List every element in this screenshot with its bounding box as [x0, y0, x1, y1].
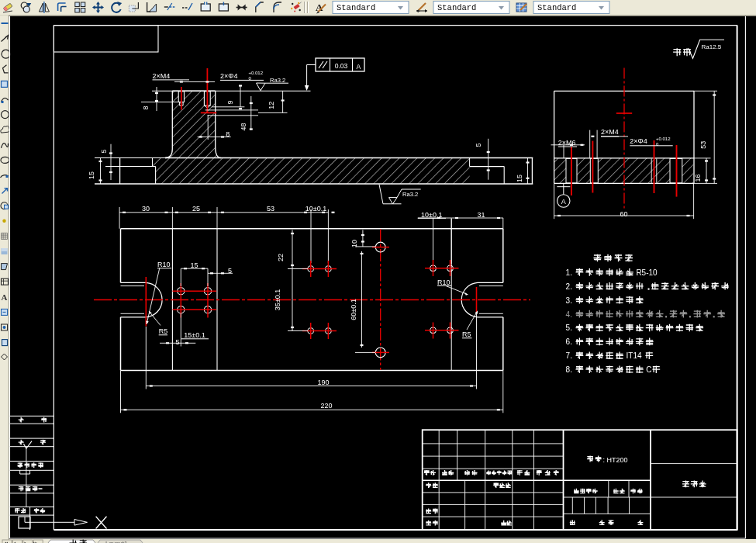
- svg-text:A: A: [561, 198, 566, 206]
- svg-text:R10: R10: [437, 278, 450, 286]
- svg-text:Ra3.2: Ra3.2: [402, 191, 418, 198]
- svg-text:R5: R5: [462, 330, 471, 338]
- svg-text:16: 16: [694, 174, 702, 182]
- svg-text:10: 10: [350, 240, 358, 247]
- svg-text:2.: 2.: [566, 282, 572, 291]
- svg-text:9: 9: [227, 100, 235, 104]
- svg-text:2×M4: 2×M4: [153, 72, 171, 80]
- svg-text:Standard: Standard: [437, 3, 476, 12]
- svg-text:22: 22: [277, 254, 285, 261]
- svg-text:53: 53: [267, 205, 274, 213]
- svg-text:0.03: 0.03: [335, 62, 348, 70]
- svg-text:15±0.1: 15±0.1: [184, 331, 205, 339]
- svg-text:IT14: IT14: [627, 351, 642, 360]
- svg-text:60±0.1: 60±0.1: [350, 299, 357, 320]
- svg-text:25: 25: [192, 205, 200, 213]
- svg-text:Layout1: Layout1: [105, 540, 128, 543]
- svg-text:15: 15: [516, 175, 523, 182]
- svg-text:5: 5: [228, 267, 232, 275]
- svg-text:Standard: Standard: [537, 3, 576, 12]
- svg-text:: HT200: : HT200: [603, 456, 628, 464]
- svg-text:Ra12.5: Ra12.5: [702, 43, 722, 50]
- svg-text:2×M6: 2×M6: [558, 139, 576, 147]
- svg-text:12: 12: [268, 102, 276, 109]
- svg-text:5.: 5.: [566, 323, 572, 332]
- svg-text:5: 5: [475, 143, 482, 147]
- svg-text:190: 190: [317, 379, 329, 386]
- svg-text:15: 15: [190, 261, 198, 269]
- svg-text:2×Φ4: 2×Φ4: [220, 72, 237, 80]
- svg-text:31: 31: [477, 211, 485, 219]
- svg-text:53: 53: [700, 141, 708, 149]
- svg-text:Standard: Standard: [337, 3, 375, 12]
- svg-text:2×M4: 2×M4: [601, 128, 619, 136]
- svg-text:8: 8: [226, 130, 230, 138]
- svg-text:Ra3.2: Ra3.2: [270, 77, 285, 84]
- svg-text:A: A: [2, 292, 8, 302]
- svg-text:220: 220: [320, 402, 332, 410]
- svg-text:7.: 7.: [566, 351, 572, 360]
- svg-text:R10: R10: [157, 261, 171, 268]
- svg-text:1.: 1.: [566, 268, 572, 277]
- svg-text:+0.012: +0.012: [249, 71, 264, 75]
- svg-text:2×Φ4: 2×Φ4: [630, 137, 647, 145]
- svg-text:R5-10: R5-10: [636, 268, 658, 277]
- svg-text:8.: 8.: [566, 365, 572, 374]
- svg-text:R5: R5: [159, 327, 168, 335]
- svg-text:4.: 4.: [566, 310, 572, 319]
- svg-text:+0.012: +0.012: [656, 137, 671, 141]
- svg-text:A: A: [356, 63, 361, 71]
- svg-text:C: C: [646, 365, 651, 374]
- svg-text:15: 15: [88, 171, 95, 179]
- svg-text:30: 30: [142, 205, 150, 213]
- svg-text:6.: 6.: [566, 337, 572, 346]
- svg-text:35±0.1: 35±0.1: [274, 289, 281, 310]
- svg-text:8: 8: [142, 105, 150, 109]
- svg-text:5: 5: [175, 338, 179, 346]
- svg-text:5: 5: [100, 149, 108, 153]
- svg-text:3.: 3.: [566, 296, 572, 305]
- svg-text:48: 48: [240, 123, 247, 130]
- svg-text:10±0.1: 10±0.1: [306, 205, 326, 213]
- svg-text:60: 60: [620, 210, 627, 218]
- svg-text:10±0.1: 10±0.1: [421, 211, 442, 219]
